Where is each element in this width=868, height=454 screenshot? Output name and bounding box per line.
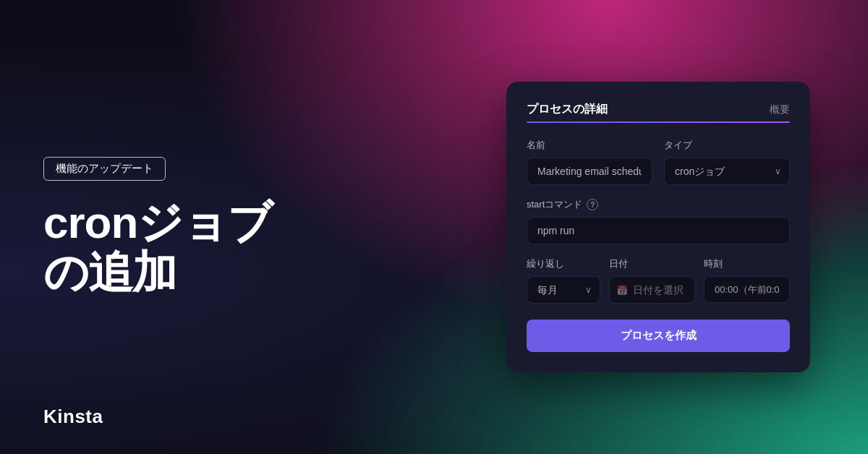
time-group: 時刻 — [704, 257, 790, 304]
kinsta-logo: Kinsta — [43, 406, 103, 428]
name-type-row: 名前 タイプ cronジョブ Webプロセス ワーカー — [527, 139, 790, 185]
card-divider — [527, 121, 790, 123]
logo-text: Kinsta — [43, 406, 103, 427]
calendar-icon: 📅 — [616, 285, 628, 296]
date-input-wrapper: 📅 — [609, 276, 695, 304]
card-summary: 概要 — [770, 103, 790, 116]
type-label: タイプ — [664, 139, 790, 152]
headline-line2: の追加 — [43, 248, 272, 297]
type-group: タイプ cronジョブ Webプロセス ワーカー — [664, 139, 790, 185]
type-select[interactable]: cronジョブ Webプロセス ワーカー — [664, 158, 790, 185]
repeat-date-time-row: 繰り返し 毎分 毎時 毎日 毎週 毎月 日付 📅 時刻 — [527, 257, 790, 304]
left-panel: 機能のアップデート cronジョブ の追加 — [43, 0, 272, 454]
headline: cronジョブ の追加 — [43, 198, 272, 296]
type-select-wrapper: cronジョブ Webプロセス ワーカー — [664, 158, 790, 185]
start-command-input[interactable] — [527, 217, 790, 244]
create-process-button[interactable]: プロセスを作成 — [527, 320, 790, 352]
name-input[interactable] — [527, 158, 652, 185]
repeat-select[interactable]: 毎分 毎時 毎日 毎週 毎月 — [527, 276, 600, 304]
badge-label: 機能のアップデート — [43, 157, 166, 181]
date-label: 日付 — [609, 257, 695, 270]
headline-line1: cronジョブ — [43, 198, 272, 247]
repeat-label: 繰り返し — [527, 257, 600, 270]
repeat-select-wrapper: 毎分 毎時 毎日 毎週 毎月 — [527, 276, 600, 304]
time-input[interactable] — [704, 276, 790, 303]
process-card: プロセスの詳細 概要 名前 タイプ cronジョブ Webプロセス ワーカー s… — [506, 82, 810, 372]
card-header: プロセスの詳細 概要 — [527, 102, 790, 117]
repeat-group: 繰り返し 毎分 毎時 毎日 毎週 毎月 — [527, 257, 600, 304]
start-command-group: startコマンド ? — [527, 198, 790, 244]
time-label: 時刻 — [704, 257, 790, 270]
date-group: 日付 📅 — [609, 257, 695, 304]
card-title: プロセスの詳細 — [527, 102, 608, 117]
start-command-label: startコマンド ? — [527, 198, 790, 211]
name-group: 名前 — [527, 139, 652, 185]
name-label: 名前 — [527, 139, 652, 152]
help-icon: ? — [587, 199, 598, 210]
